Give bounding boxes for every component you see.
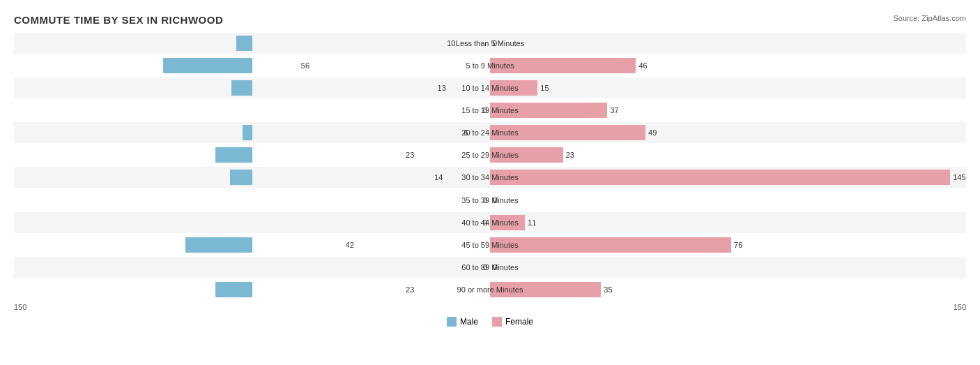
male-bar: [163, 58, 252, 73]
male-section: [14, 144, 490, 165]
chart-area: 010Less than 5 Minutes46565 to 9 Minutes…: [14, 33, 966, 328]
female-bar: [490, 215, 525, 230]
axis-right: 150: [954, 303, 966, 311]
legend-male: Male: [447, 317, 478, 327]
female-bar: [490, 237, 731, 253]
female-color-box: [492, 317, 502, 327]
male-color-box: [447, 317, 457, 327]
rows-container: 010Less than 5 Minutes46565 to 9 Minutes…: [14, 33, 966, 300]
table-row: 352390 or more Minutes: [14, 279, 966, 300]
male-section: [14, 167, 490, 188]
female-bar: [490, 103, 607, 118]
female-bar: [490, 125, 645, 140]
male-section: [14, 190, 490, 211]
male-bar: [236, 36, 252, 51]
male-bar: [243, 125, 252, 140]
female-bar: [490, 58, 636, 73]
table-row: 232325 to 29 Minutes: [14, 144, 966, 165]
chart-title: COMMUTE TIME BY SEX IN RICHWOOD: [14, 14, 966, 26]
table-row: 010Less than 5 Minutes: [14, 33, 966, 54]
table-row: 0060 to 89 Minutes: [14, 257, 966, 278]
table-row: 49620 to 24 Minutes: [14, 122, 966, 143]
male-section: [14, 257, 490, 278]
table-row: 11040 to 44 Minutes: [14, 212, 966, 233]
table-row: 764245 to 59 Minutes: [14, 234, 966, 255]
male-section: [14, 100, 490, 121]
female-section: [490, 212, 966, 233]
legend-female: Female: [492, 317, 533, 327]
male-label: Male: [460, 317, 478, 327]
male-bar: [231, 80, 252, 96]
table-row: 46565 to 9 Minutes: [14, 55, 966, 76]
male-section: [14, 279, 490, 300]
male-bar: [185, 237, 252, 253]
source-label: Source: ZipAtlas.com: [893, 14, 966, 22]
female-section: [490, 190, 966, 211]
female-section: [490, 33, 966, 54]
male-section: [14, 212, 490, 233]
male-bar: [215, 147, 252, 163]
male-bar: [230, 170, 252, 185]
axis-labels: 150 150: [14, 303, 966, 311]
female-bar: [490, 80, 537, 96]
axis-left: 150: [14, 303, 26, 311]
table-row: 0035 to 39 Minutes: [14, 190, 966, 211]
female-section: [490, 257, 966, 278]
chart-container: COMMUTE TIME BY SEX IN RICHWOOD Source: …: [0, 0, 980, 365]
male-section: [14, 77, 490, 98]
female-bar: [490, 170, 950, 185]
male-section: [14, 234, 490, 255]
male-section: [14, 122, 490, 143]
table-row: 1451430 to 34 Minutes: [14, 167, 966, 188]
female-bar: [490, 147, 563, 163]
male-bar: [215, 282, 252, 297]
table-row: 151310 to 14 Minutes: [14, 77, 966, 98]
female-label: Female: [505, 317, 533, 327]
legend: Male Female: [14, 317, 966, 327]
female-section: [490, 77, 966, 98]
table-row: 37015 to 19 Minutes: [14, 100, 966, 121]
male-section: [14, 33, 490, 54]
female-bar: [490, 282, 601, 297]
male-section: [14, 55, 490, 76]
